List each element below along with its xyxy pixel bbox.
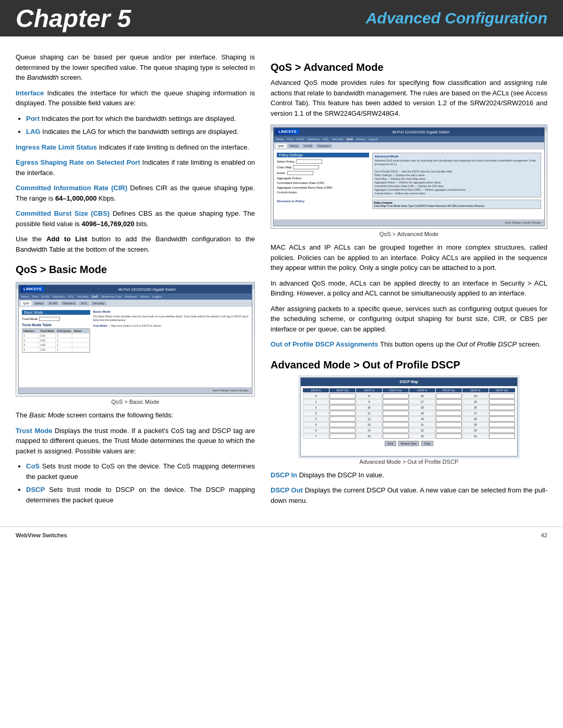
cell-3-3: 1 bbox=[56, 343, 72, 347]
adv-out-heading: Advanced Mode > Out of Profile DSCP bbox=[271, 359, 547, 371]
tab-acl: ACL bbox=[79, 301, 89, 305]
policy-content-text: Class Map Trust Mode Value Type CoS/DSCP… bbox=[374, 204, 484, 207]
adv-ss-nav-bar: Setup Port VLAN Statistics ACL Security … bbox=[274, 136, 544, 142]
content-area: Queue shaping can be based per queue and… bbox=[0, 36, 563, 521]
dscp-out-26[interactable] bbox=[489, 405, 515, 410]
adv-ss-header: LINKSYS 48-Port 10/100/1000 Gigabit Swit… bbox=[274, 128, 544, 136]
dscp-out-6[interactable] bbox=[329, 428, 356, 433]
dscp-ss-header: DSCP Map bbox=[301, 378, 517, 386]
dscp-out-8[interactable] bbox=[383, 393, 409, 399]
intro-para-1: Queue shaping can be based per queue and… bbox=[16, 52, 255, 83]
adv-nav-port: Port bbox=[287, 138, 293, 141]
adv-device-title: 48-Port 10/100/1000 Gigabit Switch bbox=[299, 130, 542, 134]
tab-stats: Statistics bbox=[60, 301, 77, 305]
dscp-out-11[interactable] bbox=[383, 411, 409, 416]
dscp-out-12[interactable] bbox=[383, 416, 409, 422]
dscp-out-15[interactable] bbox=[383, 434, 409, 439]
adv-para-3: In advanced QoS mode, ACLs can be applie… bbox=[271, 278, 547, 299]
dscp-col-1: DSCP In bbox=[303, 388, 329, 392]
basic-mode-right-title: Basic Mode bbox=[93, 310, 249, 313]
adv-ss-right: Advanced Mode Advanced QoS mode provides… bbox=[372, 153, 541, 209]
qos-adv-screenshot: LINKSYS 48-Port 10/100/1000 Gigabit Swit… bbox=[271, 125, 547, 229]
dscp-in-19: 19 bbox=[409, 411, 435, 416]
dscp-in-23: 23 bbox=[409, 434, 435, 439]
adv-policy-label: Policy Settings bbox=[277, 153, 369, 157]
dscp-out-13[interactable] bbox=[383, 422, 409, 427]
col-cos-queue: CoS Queue bbox=[56, 329, 72, 333]
dscp-out-23[interactable] bbox=[436, 434, 462, 439]
dscp-in-15: 15 bbox=[356, 434, 382, 439]
adv-nav-vlan: VLAN bbox=[296, 138, 304, 141]
dscp-out-1[interactable] bbox=[329, 399, 356, 404]
dscp-out-9[interactable] bbox=[383, 399, 409, 404]
adv-ss-content: Policy Settings Select Policy Class Map … bbox=[274, 150, 544, 212]
adv-tab-qos: QoS bbox=[276, 144, 286, 148]
dscp-out-21[interactable] bbox=[436, 422, 462, 427]
dscp-out-22[interactable] bbox=[436, 428, 462, 433]
trust-mode-para: Trust Mode Displays the trust mode. If a… bbox=[16, 426, 255, 456]
dscp-buttons: Send Restore Clear Close bbox=[303, 441, 515, 446]
dscp-out-2[interactable] bbox=[329, 405, 356, 410]
adv-action: Action bbox=[277, 171, 369, 175]
dscp-out-31[interactable] bbox=[489, 434, 515, 439]
dscp-out-10[interactable] bbox=[383, 405, 409, 410]
dscp-in-8: 8 bbox=[356, 393, 382, 399]
dscp-in-21: 21 bbox=[409, 422, 435, 427]
dscp-out-20[interactable] bbox=[436, 416, 462, 422]
nav-logout: Logout bbox=[152, 295, 162, 298]
adv-nav-stats: Statistics bbox=[307, 138, 320, 141]
ss-trust-mode-table-section: Trust Mode Table Interface Trust Mode Co… bbox=[22, 323, 90, 353]
dscp-out-4[interactable] bbox=[329, 416, 356, 422]
cell-2-1: 2 bbox=[22, 338, 39, 342]
dscp-in-17: 17 bbox=[409, 399, 435, 404]
adv-para-1: Advanced QoS mode provides rules for spe… bbox=[271, 78, 547, 118]
dscp-in-2: 2 bbox=[303, 405, 329, 410]
dscp-out-19[interactable] bbox=[436, 411, 462, 416]
dscp-out-18[interactable] bbox=[436, 405, 462, 410]
trust-table-row-2: 2 CoS 1 bbox=[22, 338, 90, 343]
cir-term: Committed Information Rate (CIR) Defines… bbox=[16, 183, 255, 203]
dscp-out-14[interactable] bbox=[383, 428, 409, 433]
cbs-term: Committed Burst Size (CBS) Defines CBS a… bbox=[16, 208, 255, 229]
dscp-in-3: 3 bbox=[303, 411, 329, 416]
dscp-send-button[interactable]: Send bbox=[385, 441, 396, 446]
cbr-ss-label: Aggregate Committed Burst Rate (CBR) bbox=[277, 186, 333, 189]
dscp-out-25[interactable] bbox=[489, 399, 515, 404]
dscp-out-29[interactable] bbox=[489, 422, 515, 427]
left-column: Queue shaping can be based per queue and… bbox=[16, 52, 255, 511]
dscp-in-22: 22 bbox=[409, 428, 435, 433]
adv-nav-qos: QoS bbox=[347, 138, 353, 141]
dscp-out-5[interactable] bbox=[329, 422, 356, 427]
basic-mode-legend: Trust Mode — Sets trust mode to CoS or D… bbox=[93, 324, 249, 327]
adv-linksys-logo: LINKSYS bbox=[276, 129, 299, 134]
dscp-col-8: DSCP Out bbox=[489, 388, 515, 392]
page-header: Chapter 5 Advanced Configuration bbox=[0, 0, 563, 36]
tab-vlan: VLAN bbox=[47, 301, 59, 305]
qos-adv-heading: QoS > Advanced Mode bbox=[271, 61, 547, 73]
dscp-close-button[interactable]: Close bbox=[421, 441, 433, 446]
dscp-restore-button[interactable]: Restore Clear bbox=[398, 441, 420, 446]
dscp-out-7[interactable] bbox=[329, 434, 356, 439]
dscp-out-0[interactable] bbox=[329, 393, 356, 399]
dscp-out-27[interactable] bbox=[489, 411, 515, 416]
nav-setup: Setup bbox=[21, 295, 29, 298]
dscp-in-12: 12 bbox=[356, 416, 382, 422]
dscp-in-13: 13 bbox=[356, 422, 382, 427]
dscp-row: 081624 bbox=[303, 393, 515, 399]
dscp-out-17[interactable] bbox=[436, 399, 462, 404]
ss-header: LINKSYS 48-Port 10/100/1000 Gigabit Swit… bbox=[19, 285, 252, 293]
col-status: Status bbox=[72, 329, 89, 333]
dscp-out-30[interactable] bbox=[489, 428, 515, 433]
adv-nav-acl: ACL bbox=[323, 138, 329, 141]
adv-save-bar: Save Settings Cancel Changes bbox=[274, 219, 544, 226]
dscp-out-16[interactable] bbox=[436, 393, 462, 399]
adv-policy-content-area: Policy Content Class Map Trust Mode Valu… bbox=[372, 200, 541, 209]
commit-ss-label: Commit Action bbox=[277, 191, 297, 194]
linksys-logo: LINKSYS bbox=[21, 286, 44, 292]
egress-term: Egress Shaping Rate on Selected Port Ind… bbox=[16, 157, 255, 178]
dscp-out-28[interactable] bbox=[489, 416, 515, 422]
interface-list: Port Indicates the port for which the ba… bbox=[26, 114, 255, 137]
dscp-out-3[interactable] bbox=[329, 411, 356, 416]
dscp-out-24[interactable] bbox=[489, 393, 515, 399]
basic-mode-right-text: The Basic Mode screen provides rules for… bbox=[93, 315, 249, 322]
